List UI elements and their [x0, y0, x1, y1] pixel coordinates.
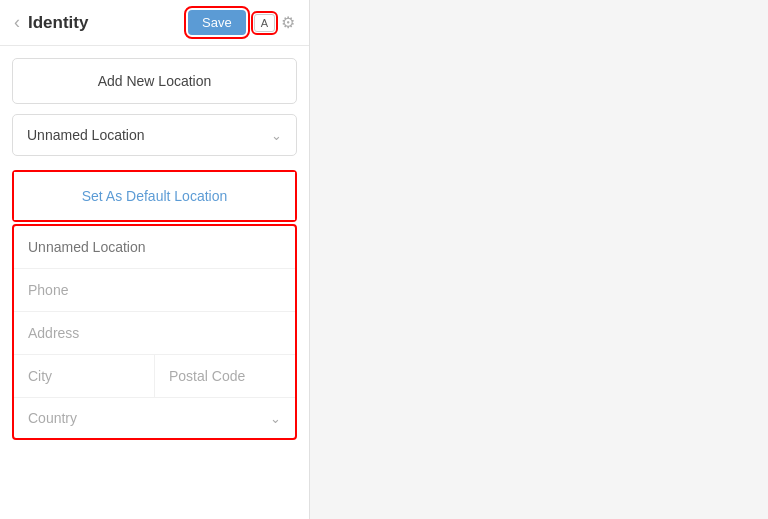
country-dropdown[interactable]: Country ⌄: [14, 398, 295, 438]
gear-icon[interactable]: ⚙: [281, 13, 295, 32]
postal-input[interactable]: [169, 368, 281, 384]
phone-input[interactable]: [28, 282, 281, 298]
location-dropdown-value: Unnamed Location: [27, 127, 145, 143]
location-dropdown[interactable]: Unnamed Location ⌄: [12, 114, 297, 156]
badge-a: A: [254, 14, 275, 32]
sidebar-content: Add New Location Unnamed Location ⌄ Set …: [0, 46, 309, 519]
save-button[interactable]: Save: [188, 10, 246, 35]
postal-field: [155, 355, 295, 397]
add-location-button[interactable]: Add New Location: [12, 58, 297, 104]
address-input[interactable]: [28, 325, 281, 341]
location-name-field: [14, 226, 295, 269]
page-title: Identity: [28, 13, 188, 33]
set-default-button[interactable]: Set As Default Location: [14, 172, 295, 220]
location-name-input[interactable]: [28, 239, 281, 255]
sidebar-header: ‹ Identity Save A ⚙: [0, 0, 309, 46]
city-input[interactable]: [28, 368, 140, 384]
city-postal-row: [14, 355, 295, 398]
location-details-section: Country ⌄: [12, 224, 297, 440]
set-default-section: Set As Default Location: [12, 170, 297, 222]
main-content: [310, 0, 768, 519]
back-button[interactable]: ‹: [14, 12, 20, 33]
chevron-down-icon: ⌄: [271, 128, 282, 143]
country-chevron-down-icon: ⌄: [270, 411, 281, 426]
country-dropdown-value: Country: [28, 410, 77, 426]
sidebar: ‹ Identity Save A ⚙ Add New Location Unn…: [0, 0, 310, 519]
phone-field-row: [14, 269, 295, 312]
address-field-row: [14, 312, 295, 355]
city-field: [14, 355, 155, 397]
